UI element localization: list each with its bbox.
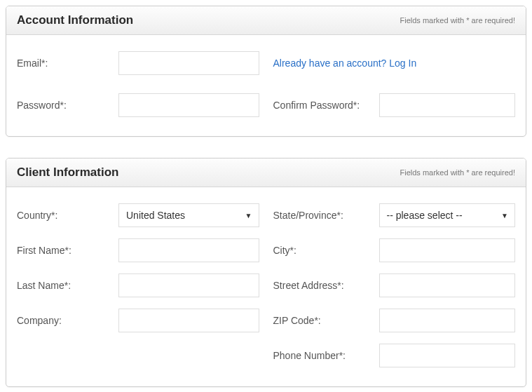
client-title: Client Information bbox=[17, 165, 118, 180]
phone-label: Phone Number*: bbox=[273, 350, 379, 361]
last-name-label: Last Name*: bbox=[17, 280, 118, 291]
first-name-input[interactable] bbox=[118, 238, 259, 262]
client-panel: Client Information Fields marked with * … bbox=[6, 158, 526, 387]
confirm-password-input[interactable] bbox=[379, 93, 516, 117]
city-input[interactable] bbox=[379, 238, 516, 262]
email-input[interactable] bbox=[118, 51, 259, 75]
confirm-password-label: Confirm Password*: bbox=[273, 100, 379, 111]
login-link[interactable]: Already have an account? Log In bbox=[273, 58, 417, 69]
empty-cell bbox=[17, 343, 259, 368]
company-label: Company: bbox=[17, 315, 118, 326]
state-select[interactable]: -- please select -- bbox=[379, 203, 516, 227]
password-label: Password*: bbox=[17, 100, 118, 111]
client-panel-header: Client Information Fields marked with * … bbox=[6, 158, 526, 187]
account-panel-header: Account Information Fields marked with *… bbox=[6, 6, 526, 35]
client-required-note: Fields marked with * are required! bbox=[400, 168, 515, 177]
first-name-label: First Name*: bbox=[17, 245, 118, 256]
city-label: City*: bbox=[273, 245, 379, 256]
account-required-note: Fields marked with * are required! bbox=[400, 16, 515, 25]
email-label: Email*: bbox=[17, 58, 118, 69]
password-input[interactable] bbox=[118, 93, 259, 117]
country-label: Country*: bbox=[17, 210, 118, 221]
street-input[interactable] bbox=[379, 273, 516, 297]
company-input[interactable] bbox=[118, 309, 259, 332]
phone-input[interactable] bbox=[379, 344, 516, 367]
country-select[interactable]: United States bbox=[118, 203, 259, 227]
state-label: State/Province*: bbox=[273, 210, 379, 221]
client-panel-body: Country*: United States ▼ State/Province… bbox=[6, 187, 526, 386]
zip-input[interactable] bbox=[379, 309, 516, 332]
account-panel: Account Information Fields marked with *… bbox=[6, 6, 526, 137]
account-title: Account Information bbox=[17, 13, 133, 27]
zip-label: ZIP Code*: bbox=[273, 315, 379, 326]
account-panel-body: Email*: Already have an account? Log In … bbox=[6, 35, 526, 136]
last-name-input[interactable] bbox=[118, 273, 259, 297]
street-label: Street Address*: bbox=[273, 280, 379, 291]
